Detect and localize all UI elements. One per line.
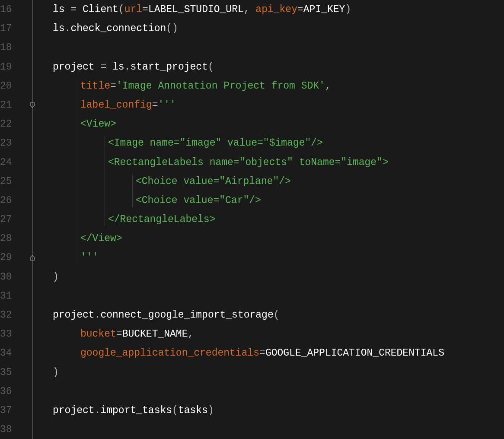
code-token: import_tasks: [100, 405, 172, 416]
fold-row: [26, 324, 40, 344]
indent-guide: [77, 79, 77, 265]
code-line[interactable]: </View>: [43, 229, 504, 248]
code-token: project: [53, 309, 95, 321]
fold-row: [26, 0, 40, 19]
code-line[interactable]: project = ls.start_project(: [43, 57, 504, 76]
code-line[interactable]: project.connect_google_import_storage(: [43, 305, 504, 324]
code-line[interactable]: title='Image Annotation Project from SDK…: [43, 76, 504, 95]
code-token: title: [80, 80, 110, 92]
code-token: LABEL_STUDIO_URL: [148, 4, 244, 15]
line-number: 21: [0, 95, 21, 115]
code-line[interactable]: ''': [43, 248, 504, 267]
code-token: (: [172, 405, 178, 416]
code-line[interactable]: ls.check_connection(): [43, 19, 504, 38]
line-number: 37: [0, 401, 21, 420]
fold-row: [26, 267, 40, 286]
code-token: BUCKET_NAME: [122, 328, 188, 340]
fold-row: [26, 363, 40, 382]
code-line[interactable]: <RectangleLabels name="objects" toName="…: [43, 153, 504, 172]
fold-row: [26, 57, 40, 76]
line-number: 31: [0, 286, 21, 305]
fold-row: [26, 153, 40, 172]
code-line[interactable]: project.import_tasks(tasks): [43, 401, 504, 420]
code-token: =: [142, 4, 148, 15]
code-token: tasks: [178, 405, 208, 416]
code-token: .: [95, 309, 101, 321]
code-line[interactable]: bucket=BUCKET_NAME,: [43, 324, 504, 344]
code-token: google_application_credentials: [80, 347, 259, 359]
line-number: 35: [0, 363, 21, 382]
code-line[interactable]: <Choice value="Airplane"/>: [43, 172, 504, 191]
code-token: API_KEY: [303, 4, 345, 15]
code-token: 'Image Annotation Project from SDK': [116, 80, 325, 92]
line-number: 20: [0, 76, 21, 95]
code-token: .: [65, 23, 71, 34]
fold-row: [26, 229, 40, 248]
line-number: 28: [0, 229, 21, 248]
code-line[interactable]: ls = Client(url=LABEL_STUDIO_URL, api_ke…: [43, 0, 504, 19]
code-token: ''': [80, 252, 98, 263]
fold-expand-icon[interactable]: [29, 254, 36, 261]
code-editor[interactable]: 1617181920212223242526272829303132333435…: [0, 0, 504, 439]
code-line[interactable]: ): [43, 267, 504, 286]
code-token: ): [208, 405, 214, 416]
indent-guide: [105, 136, 105, 226]
code-token: ): [53, 367, 59, 378]
fold-row: [26, 401, 40, 420]
line-number: 17: [0, 19, 21, 38]
code-line[interactable]: [43, 420, 504, 439]
line-number: 33: [0, 324, 21, 344]
line-number: 34: [0, 344, 21, 363]
fold-row: [26, 344, 40, 363]
code-token: GOOGLE_APPLICATION_CREDENTIALS: [265, 347, 444, 359]
code-token: ): [345, 4, 351, 15]
fold-row: [26, 172, 40, 191]
code-token: <Image name="image" value="$image"/>: [108, 137, 323, 149]
code-line[interactable]: <View>: [43, 115, 504, 134]
code-token: start_project: [130, 61, 207, 73]
fold-row: [26, 305, 40, 324]
code-line[interactable]: <Image name="image" value="$image"/>: [43, 134, 504, 153]
code-token: (: [208, 61, 214, 73]
code-token: <RectangleLabels name="objects" toName="…: [108, 157, 389, 168]
line-number: 24: [0, 153, 21, 172]
code-token: ,: [244, 4, 256, 15]
line-number: 27: [0, 210, 21, 229]
fold-row: [26, 134, 40, 153]
line-number: 22: [0, 115, 21, 134]
line-number: 19: [0, 57, 21, 76]
fold-row: [26, 115, 40, 134]
code-token: ): [53, 271, 59, 283]
code-token: api_key: [255, 4, 297, 15]
line-number: 25: [0, 172, 21, 191]
line-number: 16: [0, 0, 21, 19]
code-token: ls: [53, 23, 65, 34]
code-area[interactable]: ls = Client(url=LABEL_STUDIO_URL, api_ke…: [40, 0, 504, 439]
code-line[interactable]: <Choice value="Car"/>: [43, 191, 504, 210]
fold-row: [26, 191, 40, 210]
line-number-gutter: 1617181920212223242526272829303132333435…: [0, 0, 26, 439]
fold-row: [26, 420, 40, 439]
code-line[interactable]: [43, 38, 504, 57]
code-token: .: [124, 61, 131, 73]
line-number: 26: [0, 191, 21, 210]
code-token: </View>: [80, 233, 122, 244]
code-token: url: [124, 4, 142, 15]
code-token: =: [110, 80, 116, 92]
code-line[interactable]: google_application_credentials=GOOGLE_AP…: [43, 344, 504, 363]
code-line[interactable]: label_config=''': [43, 95, 504, 115]
code-token: label_config: [80, 99, 152, 111]
code-token: <View>: [80, 118, 116, 130]
code-token: =: [152, 99, 158, 111]
fold-collapse-icon[interactable]: [29, 102, 36, 108]
fold-row: [26, 76, 40, 95]
code-token: ,: [188, 328, 194, 340]
code-token: project: [53, 405, 95, 416]
line-number: 29: [0, 248, 21, 267]
code-token: connect_google_import_storage: [100, 309, 273, 321]
code-line[interactable]: [43, 382, 504, 401]
code-line[interactable]: </RectangleLabels>: [43, 210, 504, 229]
code-line[interactable]: ): [43, 363, 504, 382]
code-line[interactable]: [43, 286, 504, 305]
fold-row: [26, 38, 40, 57]
